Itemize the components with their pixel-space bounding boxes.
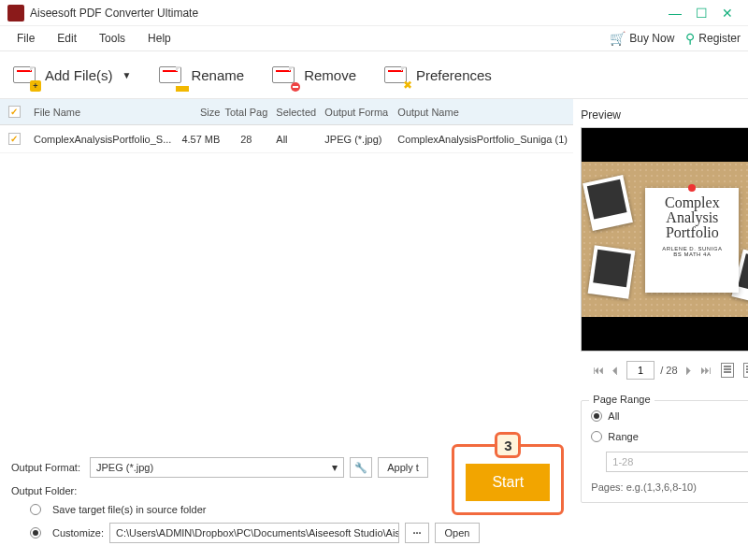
- preferences-icon: ✖: [382, 62, 409, 88]
- remove-label: Remove: [304, 67, 356, 83]
- preferences-button[interactable]: ✖ Preferences: [382, 56, 492, 93]
- app-logo-icon: [7, 5, 24, 22]
- col-selected[interactable]: Selected: [272, 107, 324, 118]
- left-pane: File Name Size Total Pag Selected Output…: [0, 99, 573, 560]
- rename-icon: [157, 62, 183, 88]
- page-total: / 28: [660, 365, 677, 376]
- right-pane: Preview Complex Analysis Portfolio ARLEN…: [573, 99, 748, 560]
- cell-filename: ComplexAnalysisPortfolio_S...: [28, 134, 171, 145]
- select-all-checkbox[interactable]: [8, 106, 21, 118]
- doc-title-3: Portfolio: [651, 225, 733, 240]
- menu-bar: File Edit Tools Help 🛒 Buy Now ⚲ Registe…: [0, 26, 748, 50]
- first-page-button[interactable]: ⏮: [593, 364, 604, 377]
- cell-output: ComplexAnalysisPortfolio_Suniga (1): [397, 134, 573, 145]
- polaroid-icon: [588, 245, 636, 299]
- customize-label: Customize:: [52, 527, 104, 538]
- start-callout: 3 Start: [452, 444, 564, 515]
- app-title: Aiseesoft PDF Converter Ultimate: [30, 7, 662, 20]
- customize-path-input[interactable]: C:\Users\ADMIN\Dropbox\PC\Documents\Aise…: [109, 523, 399, 543]
- main-toolbar: + Add File(s) ▼ Rename Remove ✖ Preferen…: [0, 50, 748, 99]
- prev-page-button[interactable]: ⏴: [610, 364, 621, 377]
- row-checkbox[interactable]: [8, 133, 21, 145]
- minimize-button[interactable]: —: [662, 4, 688, 22]
- col-size[interactable]: Size: [171, 107, 220, 118]
- page-thumbnail-button[interactable]: [721, 363, 734, 378]
- chevron-down-icon: ▾: [332, 461, 338, 474]
- page-range-fieldset: Page Range All Range 1-28 Pages: e.g.(1,…: [581, 400, 748, 503]
- apply-to-all-button[interactable]: Apply t: [378, 457, 428, 478]
- apply-label: Apply t: [387, 462, 419, 473]
- rename-label: Rename: [191, 67, 244, 83]
- wrench-icon: 🔧: [354, 462, 367, 474]
- preview-image: Complex Analysis Portfolio ARLENE D. SUN…: [582, 162, 748, 317]
- chevron-down-icon: ▼: [122, 70, 132, 80]
- save-source-label: Save target file(s) in source folder: [52, 504, 206, 515]
- open-folder-button[interactable]: Open: [435, 523, 480, 543]
- buy-now-link[interactable]: 🛒 Buy Now: [610, 31, 674, 46]
- start-button[interactable]: Start: [466, 464, 550, 501]
- range-all-radio[interactable]: [591, 410, 602, 422]
- start-label: Start: [492, 474, 524, 491]
- menu-tools[interactable]: Tools: [90, 28, 135, 49]
- cell-pages: 28: [220, 134, 272, 145]
- maximize-button[interactable]: ☐: [688, 4, 714, 22]
- preview-title: Preview: [581, 108, 748, 122]
- buy-now-label: Buy Now: [629, 32, 674, 45]
- output-folder-label: Output Folder:: [11, 485, 84, 496]
- menu-help[interactable]: Help: [138, 28, 180, 49]
- customize-radio[interactable]: [30, 527, 41, 538]
- remove-button[interactable]: Remove: [270, 56, 356, 93]
- close-button[interactable]: ✕: [714, 4, 741, 22]
- table-row[interactable]: ComplexAnalysisPortfolio_S... 4.57 MB 28…: [0, 125, 573, 153]
- preview-box: Complex Analysis Portfolio ARLENE D. SUN…: [581, 127, 748, 352]
- col-format[interactable]: Output Forma: [324, 107, 397, 118]
- col-filename[interactable]: File Name: [28, 107, 171, 118]
- add-files-icon: +: [11, 62, 37, 88]
- add-files-label: Add File(s): [45, 67, 113, 83]
- range-custom-label: Range: [608, 431, 638, 442]
- step-badge: 3: [495, 432, 521, 458]
- doc-title-1: Complex: [651, 195, 733, 210]
- last-page-button[interactable]: ⏭: [700, 364, 712, 377]
- open-label: Open: [445, 527, 470, 538]
- output-format-value: JPEG (*.jpg): [96, 462, 153, 473]
- preferences-label: Preferences: [416, 67, 492, 83]
- menu-edit[interactable]: Edit: [48, 28, 86, 49]
- page-navigator: ⏮ ⏴ / 28 ⏵ ⏭: [581, 361, 748, 380]
- page-add-button[interactable]: [743, 363, 748, 378]
- cart-icon: 🛒: [610, 31, 626, 46]
- output-format-label: Output Format:: [11, 462, 84, 473]
- range-placeholder: 1-28: [612, 456, 633, 467]
- browse-button[interactable]: ···: [405, 523, 429, 543]
- customize-path-value: C:\Users\ADMIN\Dropbox\PC\Documents\Aise…: [116, 527, 399, 538]
- doc-title-2: Analysis: [651, 210, 733, 225]
- format-settings-button[interactable]: 🔧: [350, 457, 372, 478]
- pin-icon: [688, 184, 696, 192]
- output-format-select[interactable]: JPEG (*.jpg) ▾: [90, 457, 344, 478]
- col-pages[interactable]: Total Pag: [220, 107, 272, 118]
- output-panel: Output Format: JPEG (*.jpg) ▾ 🔧 Apply t …: [0, 448, 573, 560]
- cell-size: 4.57 MB: [171, 134, 220, 145]
- menu-file[interactable]: File: [7, 28, 44, 49]
- doc-course: BS MATH 4A: [651, 251, 733, 257]
- save-source-radio[interactable]: [30, 504, 41, 515]
- col-output[interactable]: Output Name: [397, 107, 573, 118]
- rename-button[interactable]: Rename: [157, 56, 244, 93]
- range-input[interactable]: 1-28: [606, 452, 748, 472]
- page-input[interactable]: [626, 361, 654, 380]
- add-files-button[interactable]: + Add File(s) ▼: [11, 56, 131, 93]
- range-all-label: All: [608, 410, 619, 422]
- page-range-legend: Page Range: [589, 394, 654, 405]
- cell-selected: All: [272, 134, 324, 145]
- next-page-button[interactable]: ⏵: [683, 364, 695, 377]
- file-list: ComplexAnalysisPortfolio_S... 4.57 MB 28…: [0, 125, 573, 448]
- remove-icon: [270, 62, 296, 88]
- title-bar: Aiseesoft PDF Converter Ultimate — ☐ ✕: [0, 0, 748, 26]
- preview-poster: Complex Analysis Portfolio ARLENE D. SUN…: [645, 188, 739, 293]
- range-hint: Pages: e.g.(1,3,6,8-10): [591, 481, 748, 493]
- cell-format: JPEG (*.jpg): [324, 134, 397, 145]
- register-link[interactable]: ⚲ Register: [685, 31, 741, 46]
- file-table-header: File Name Size Total Pag Selected Output…: [0, 99, 573, 125]
- register-label: Register: [698, 32, 741, 45]
- range-custom-radio[interactable]: [591, 431, 602, 442]
